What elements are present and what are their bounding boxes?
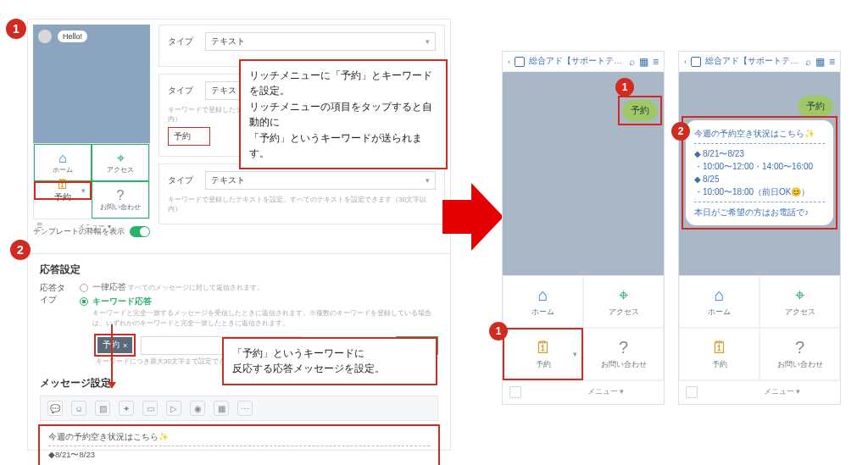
close-icon[interactable]: × <box>123 341 127 350</box>
radio-icon <box>80 297 88 306</box>
search-icon[interactable]: ⌕ <box>629 56 635 68</box>
connector-arrowhead <box>108 382 116 389</box>
user-msg: 予約 <box>806 101 825 111</box>
radio-label: キーワード応答 <box>92 296 152 306</box>
menu-access[interactable]: ⌖アクセス <box>760 275 840 328</box>
type-label: タイプ <box>168 36 197 47</box>
menu-contact[interactable]: ?お問い合わせ <box>760 328 840 380</box>
phone-header: ‹ 総合アド【サポートテスト用... ⌕ ▦ ≡ <box>679 52 840 72</box>
callout-line: リッチメニューの項目をタップすると自動的に <box>249 99 437 130</box>
phone-header: ‹ 総合アド【サポートテスト用... ⌕ ▦ ≡ <box>503 52 664 72</box>
chat-area: 予約 今週の予約空き状況はこちら✨ 8/21〜8/23 ・10:00〜12:00… <box>679 72 840 275</box>
menu-label: 予約 <box>712 359 727 370</box>
type-select[interactable]: テキスト <box>205 32 436 51</box>
flow-arrow-icon <box>442 200 471 234</box>
menu-contact[interactable]: ?お問い合わせ <box>583 328 664 380</box>
keyword-input[interactable]: 予約 <box>168 127 210 146</box>
cell-home[interactable]: ⌂ホーム <box>34 144 92 181</box>
shield-icon <box>691 57 701 67</box>
menu-icon[interactable]: ≡ <box>653 56 659 68</box>
type-select[interactable]: テキスト <box>205 171 436 190</box>
chat-preview-bg: Hello! <box>33 25 150 143</box>
tool-smile[interactable]: ☺ <box>71 401 86 416</box>
cell-label: 予約 <box>54 191 71 203</box>
tool-image[interactable]: ▧ <box>95 401 110 416</box>
search-icon[interactable]: ⌕ <box>805 56 811 68</box>
cell-label: お問い合わせ <box>100 202 141 212</box>
divider <box>48 446 430 446</box>
bot-line: ・10:00〜12:00・14:00〜16:00 <box>694 160 825 173</box>
type-label: タイプ <box>168 174 197 186</box>
msg-line: ・10:00〜12:00・14:00〜16:00 <box>48 462 430 466</box>
tool-card[interactable]: ▭ <box>142 401 158 416</box>
pin-icon: ⌖ <box>619 285 628 305</box>
richmenu-preview: Hello! ⌂ホーム ⌖アクセス 🗓予約 ?お問い合わせ ☰ メニュー ▾ <box>33 25 150 234</box>
menu-access[interactable]: ⌖アクセス <box>583 275 664 328</box>
chat-title: 総合アド【サポートテスト用... <box>705 56 801 67</box>
menu-reserve[interactable]: 🗓予約 <box>503 328 583 380</box>
phone-preview-2: ‹ 総合アド【サポートテスト用... ⌕ ▦ ≡ 予約 今週の予約空き状況はこち… <box>678 51 841 405</box>
user-bubble: 予約 <box>798 96 833 117</box>
menu-home[interactable]: ⌂ホーム <box>679 275 760 328</box>
footer-menu-label[interactable]: メニュー ▾ <box>587 386 625 397</box>
question-icon: ? <box>619 338 628 357</box>
radio-desc: すべてのメッセージに対して返信されます。 <box>128 284 264 291</box>
radio-keyword[interactable]: キーワード応答キーワードと完全一致するメッセージを受信したときに返信されます。※… <box>80 296 438 328</box>
bot-line: 本日がご希望の方はお電話で♪ <box>694 206 825 219</box>
cell-label: アクセス <box>107 165 134 174</box>
menu-label: ホーム <box>708 307 731 318</box>
phone1-badge-1: 1 <box>615 78 634 97</box>
toggle-switch[interactable] <box>130 226 150 237</box>
tool-text[interactable]: 💬 <box>47 401 63 416</box>
chat-area: 予約 <box>503 72 664 275</box>
keyword-tag[interactable]: 予約 × <box>97 337 132 353</box>
home-icon: ⌂ <box>58 152 67 165</box>
pin-icon: ⌖ <box>795 285 804 305</box>
keyboard-icon[interactable] <box>686 386 698 398</box>
phone2-badge-2: 2 <box>671 122 690 141</box>
calendar-header-icon[interactable]: ▦ <box>639 56 648 68</box>
footer-menu-label[interactable]: メニュー ▾ <box>764 386 801 397</box>
divider <box>694 202 825 202</box>
back-icon[interactable]: ‹ <box>508 57 510 66</box>
tool-gift[interactable]: ✦ <box>119 401 134 416</box>
phone-preview-1: ‹ 総合アド【サポートテスト用... ⌕ ▦ ≡ 予約 ⌂ホーム ⌖アクセス 🗓… <box>502 51 665 405</box>
menu-icon[interactable]: ≡ <box>829 56 835 68</box>
bot-line: 8/25 <box>694 173 825 185</box>
menu-label: 予約 <box>536 359 551 370</box>
shield-icon <box>515 57 525 67</box>
tool-mic[interactable]: ◉ <box>190 401 205 416</box>
radio-desc: キーワードと完全一致するメッセージを受信したときに返信されます。※複数のキーワー… <box>92 309 431 327</box>
tool-play[interactable]: ▷ <box>166 401 181 416</box>
menu-home[interactable]: ⌂ホーム <box>503 275 583 328</box>
phone-richmenu: ⌂ホーム ⌖アクセス 🗓予約 ?お問い合わせ <box>503 275 664 380</box>
callout-line: リッチメニューに「予約」とキーワードを設定。 <box>249 68 437 99</box>
tool-grid[interactable]: ▦ <box>214 401 229 416</box>
cell-contact[interactable]: ?お問い合わせ <box>92 181 149 219</box>
bot-line: 今週の予約空き状況はこちら✨ <box>694 127 825 140</box>
home-icon: ⌂ <box>537 285 548 305</box>
bot-line: ・10:00〜18:00（前日OK😊） <box>694 185 825 198</box>
back-icon[interactable]: ‹ <box>684 57 687 66</box>
message-body-preview[interactable]: 今週の予約空き状況はこちら✨ ◆8/21〜8/23 ・10:00〜12:00・1… <box>40 426 438 465</box>
bot-reply-highlight: 今週の予約空き状況はこちら✨ 8/21〜8/23 ・10:00〜12:00・14… <box>683 118 836 228</box>
chat-title: 総合アド【サポートテスト用... <box>529 56 625 67</box>
type-label: タイプ <box>168 85 197 97</box>
tool-more[interactable]: ⋯ <box>237 401 253 416</box>
menu-reserve[interactable]: 🗓予約 <box>679 328 760 380</box>
user-bubble: 予約 <box>622 100 658 121</box>
hello-bubble: Hello! <box>58 30 87 42</box>
cell-access[interactable]: ⌖アクセス <box>92 144 149 181</box>
phone-richmenu: ⌂ホーム ⌖アクセス 🗓予約 ?お問い合わせ <box>679 275 840 380</box>
radio-icon <box>80 284 88 292</box>
keyword-value: 予約 <box>174 130 191 142</box>
divider <box>694 143 825 144</box>
calendar-header-icon[interactable]: ▦ <box>815 56 825 68</box>
phone-footer: メニュー ▾ <box>503 380 664 402</box>
connector-line <box>111 324 113 384</box>
menu-label: お問い合わせ <box>601 359 647 370</box>
cell-reserve[interactable]: 🗓予約 <box>34 181 92 200</box>
cell-label: ホーム <box>53 165 73 174</box>
keyboard-icon[interactable] <box>509 386 521 398</box>
radio-uniform[interactable]: 一律応答 すべてのメッセージに対して返信されます。 <box>80 282 438 293</box>
